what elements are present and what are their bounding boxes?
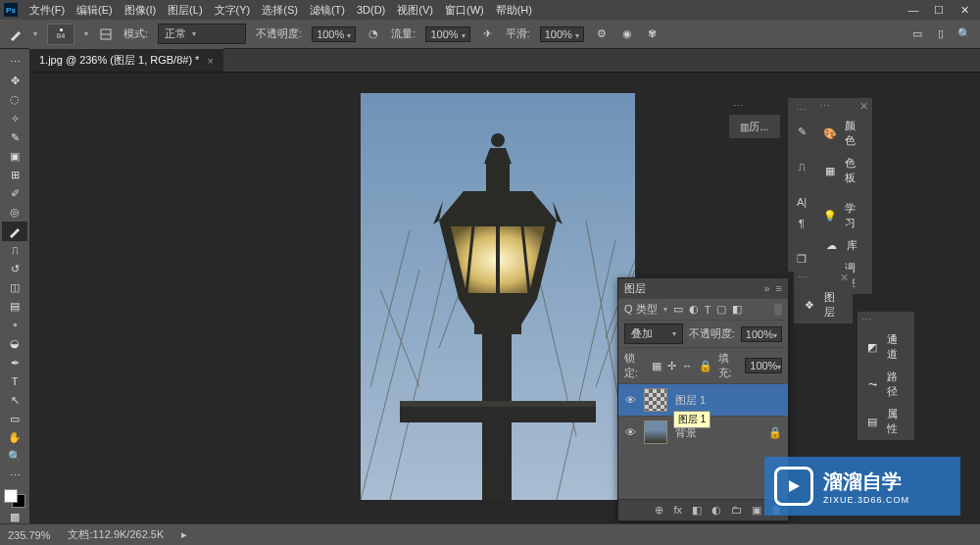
status-chevron-icon[interactable]: ▸ — [181, 528, 187, 541]
smooth-input[interactable]: 100% ▾ — [540, 26, 584, 42]
chevron-down-icon[interactable]: ▾ — [663, 305, 667, 314]
collapse-icon[interactable]: ⋯ — [796, 104, 807, 117]
lock-artboard-icon[interactable]: ↔ — [682, 360, 693, 372]
doc-size[interactable]: 文档:112.9K/262.5K — [68, 527, 164, 542]
workspace-switcher-icon[interactable]: ▭ — [909, 26, 925, 42]
blur-tool[interactable]: ∘ — [2, 316, 27, 334]
layer-row[interactable]: 👁 背景 🔒 图层 1 — [618, 416, 788, 448]
layer-mask-icon[interactable]: ◧ — [692, 504, 702, 517]
panel-menu-icon[interactable]: » — [763, 282, 769, 294]
history-brush-tool[interactable]: ↺ — [2, 260, 27, 278]
collapse-icon[interactable]: ⋯ — [819, 100, 830, 113]
filter-shape-icon[interactable]: ▢ — [716, 303, 726, 316]
lock-position-icon[interactable]: ✢ — [667, 360, 676, 372]
clone-tool[interactable]: ⎍ — [2, 241, 27, 260]
collapse-icon[interactable]: ⋯ — [798, 272, 808, 284]
fill-input[interactable]: 100%▾ — [745, 358, 782, 373]
swatches-tab[interactable]: ▦色板 — [815, 152, 872, 189]
layer-opacity-input[interactable]: 100%▾ — [741, 326, 782, 342]
maximize-button[interactable]: ☐ — [933, 4, 945, 17]
layer-blend-select[interactable]: 叠加 ▾ — [624, 323, 683, 344]
hand-tool[interactable]: ✋ — [2, 428, 27, 447]
link-layers-icon[interactable]: ⊕ — [655, 504, 663, 517]
properties-tab[interactable]: ▤属性 — [858, 403, 914, 440]
paragraph-icon[interactable]: ¶ — [792, 215, 811, 232]
pressure-opacity-icon[interactable]: ◔ — [366, 26, 381, 42]
marquee-tool[interactable]: ◌ — [2, 90, 27, 109]
menu-edit[interactable]: 编辑(E) — [76, 3, 113, 18]
menu-help[interactable]: 帮助(H) — [496, 3, 532, 18]
channels-tab[interactable]: ◩通道 — [858, 328, 914, 366]
learn-tab[interactable]: 💡学习 — [815, 197, 872, 234]
gradient-tool[interactable]: ▤ — [2, 297, 27, 316]
edit-toolbar-icon[interactable]: ⋯ — [2, 466, 27, 484]
collapse-icon[interactable]: ⋯ — [733, 100, 744, 113]
filter-pixel-icon[interactable]: ▭ — [673, 303, 683, 316]
menu-filter[interactable]: 滤镜(T) — [310, 3, 345, 18]
menu-window[interactable]: 窗口(W) — [445, 3, 484, 18]
quick-select-tool[interactable]: ✎ — [2, 128, 27, 147]
layers-shortcut[interactable]: ❖图层 — [794, 286, 853, 323]
opacity-input[interactable]: 100% ▾ — [312, 26, 356, 42]
document-tab[interactable]: 1.jpg @ 236% (图层 1, RGB/8#) * × — [29, 48, 223, 72]
path-select-tool[interactable]: ↖ — [2, 391, 27, 410]
clone-source-icon[interactable]: ⎍ — [792, 158, 811, 175]
libraries-tab[interactable]: ☁库 — [815, 234, 872, 257]
brush-settings-icon[interactable]: ✎ — [792, 123, 811, 140]
collapse-handle-icon[interactable]: ⋯ — [2, 53, 27, 72]
frame-tool[interactable]: ⊞ — [2, 166, 27, 184]
lock-pixels-icon[interactable]: ▦ — [652, 360, 662, 372]
visibility-icon[interactable]: 👁 — [624, 394, 636, 406]
eyedropper-tool[interactable]: ✐ — [2, 184, 27, 203]
adjustment-layer-icon[interactable]: ◐ — [711, 504, 721, 517]
dodge-tool[interactable]: ◒ — [2, 334, 27, 353]
move-tool[interactable]: ✥ — [2, 72, 27, 90]
history-tab[interactable]: ▥ 历... — [729, 115, 780, 138]
brush-chevron-icon[interactable]: ▾ — [84, 29, 88, 38]
layer-style-icon[interactable]: fx — [673, 504, 682, 517]
workspace-minimize-icon[interactable]: ▯ — [933, 26, 949, 42]
lasso-tool[interactable]: ✧ — [2, 109, 27, 127]
document-canvas[interactable] — [361, 93, 635, 500]
brush-preset-picker[interactable]: 84 — [47, 24, 74, 45]
close-icon[interactable]: ✕ — [840, 272, 849, 284]
zoom-tool[interactable]: 🔍 — [2, 447, 27, 466]
crop-tool[interactable]: ▣ — [2, 147, 27, 166]
menu-view[interactable]: 视图(V) — [397, 3, 433, 18]
smooth-options-icon[interactable]: ⚙ — [594, 26, 610, 42]
menu-file[interactable]: 文件(F) — [29, 3, 65, 18]
type-tool[interactable]: T — [2, 372, 27, 391]
layer-thumbnail[interactable] — [644, 421, 667, 444]
group-icon[interactable]: 🗀 — [731, 504, 742, 517]
eraser-tool[interactable]: ◫ — [2, 278, 27, 297]
flow-input[interactable]: 100% ▾ — [425, 26, 469, 42]
airbrush-icon[interactable]: ✈ — [480, 26, 496, 42]
pressure-size-icon[interactable]: ◉ — [619, 26, 635, 42]
brush-tool[interactable] — [2, 222, 27, 240]
pen-tool[interactable]: ✒ — [2, 354, 27, 372]
layer-name[interactable]: 图层 1 — [675, 393, 706, 408]
menu-3d[interactable]: 3D(D) — [357, 4, 385, 16]
close-button[interactable]: ✕ — [958, 4, 970, 17]
panel-options-icon[interactable]: ≡ — [776, 282, 782, 294]
menu-select[interactable]: 选择(S) — [262, 3, 298, 18]
filter-adjust-icon[interactable]: ◐ — [689, 303, 699, 316]
filter-toggle[interactable] — [774, 304, 782, 316]
minimize-button[interactable]: — — [907, 4, 919, 17]
3d-icon[interactable]: ❒ — [792, 250, 811, 268]
tab-close-icon[interactable]: × — [207, 55, 213, 67]
menu-layer[interactable]: 图层(L) — [168, 3, 202, 18]
color-tab[interactable]: 🎨颜色 — [815, 115, 872, 152]
search-icon[interactable]: 🔍 — [956, 26, 972, 42]
symmetry-icon[interactable]: ✾ — [645, 26, 661, 42]
layer-thumbnail[interactable] — [644, 388, 667, 412]
new-layer-icon[interactable]: ▣ — [752, 504, 761, 517]
lock-all-icon[interactable]: 🔒 — [699, 360, 712, 372]
brush-tool-icon[interactable] — [8, 26, 24, 42]
blend-mode-select[interactable]: 正常 ▾ — [158, 24, 246, 44]
brush-panel-icon[interactable] — [98, 26, 114, 42]
menu-type[interactable]: 文字(Y) — [215, 3, 251, 18]
foreground-color[interactable] — [4, 489, 18, 503]
visibility-icon[interactable]: 👁 — [624, 426, 636, 438]
healing-tool[interactable]: ◎ — [2, 203, 27, 222]
